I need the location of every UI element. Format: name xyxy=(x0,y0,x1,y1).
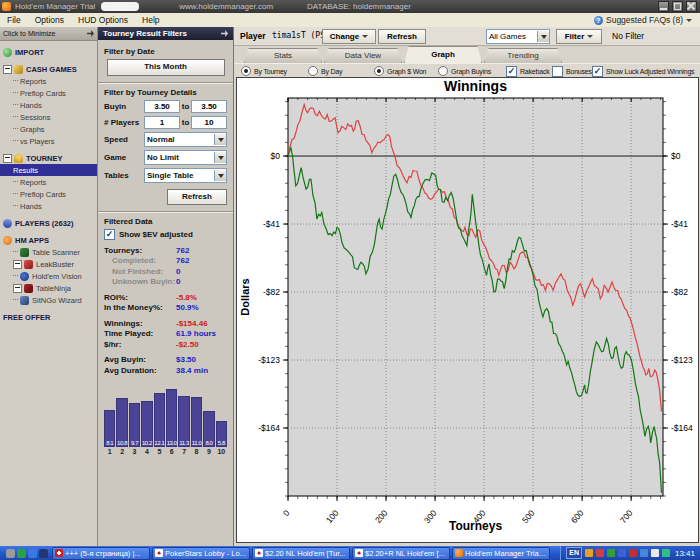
checkbox-checked-icon[interactable]: ✓ xyxy=(592,66,603,77)
radio-icon[interactable] xyxy=(308,66,318,76)
tray-icon[interactable] xyxy=(596,549,604,557)
suggested-faqs[interactable]: ? Suggested FAQs (8) xyxy=(594,15,692,25)
sidebar-item-tourney[interactable]: TOURNEY xyxy=(3,152,97,164)
checkbox-bonuses[interactable]: Bonuses xyxy=(552,66,592,77)
players-from-input[interactable] xyxy=(144,116,180,129)
sidebar-item-sitngo-wizard[interactable]: SitNGo Wizard xyxy=(3,294,97,306)
sidebar-item-cash-hands[interactable]: Hands xyxy=(3,99,97,111)
tables-select[interactable]: Single Table xyxy=(144,168,227,183)
pin-icon xyxy=(87,30,94,37)
checkbox-icon[interactable] xyxy=(552,66,563,77)
show-ev-adjusted-checkbox-row[interactable]: ✓ Show $EV adjusted xyxy=(104,229,227,240)
pokerstars-spade-icon: ♠ xyxy=(155,549,163,557)
sidebar-item-cash-games[interactable]: CASH GAMES xyxy=(3,63,97,75)
radio-icon[interactable] xyxy=(374,66,384,76)
sidebar-item-cash-sessions[interactable]: Sessions xyxy=(3,111,97,123)
dropdown-arrow-icon[interactable] xyxy=(214,170,226,181)
dropdown-arrow-icon[interactable] xyxy=(537,31,549,42)
tray-icon[interactable] xyxy=(662,549,670,557)
buyin-from-input[interactable] xyxy=(144,100,180,113)
checkbox-rakeback[interactable]: ✓Rakeback xyxy=(506,66,550,77)
stat-dollars-per-hour: $/hr:-$2.50 xyxy=(104,339,227,350)
tab-stats[interactable]: Stats xyxy=(244,48,322,63)
desktop-icon[interactable] xyxy=(6,549,15,558)
menu-hud-options[interactable]: HUD Options xyxy=(71,15,135,25)
checkbox-checked-icon[interactable]: ✓ xyxy=(506,66,517,77)
game-select[interactable]: No Limit xyxy=(144,150,227,165)
this-month-button[interactable]: This Month xyxy=(107,59,225,76)
sidebar-item-import[interactable]: IMPORT xyxy=(3,46,97,58)
sidebar-item-cash-graphs[interactable]: Graphs xyxy=(3,123,97,135)
maximize-button[interactable] xyxy=(672,1,683,12)
taskbar-button-browser[interactable]: +++ (5-я страница) |... xyxy=(52,547,150,560)
quick-launch-icon[interactable] xyxy=(17,549,26,558)
volume-icon[interactable] xyxy=(651,549,659,557)
menu-help[interactable]: Help xyxy=(135,15,166,25)
collapse-icon[interactable] xyxy=(13,284,22,293)
sidebar-item-hm-apps[interactable]: HM APPS xyxy=(3,234,97,246)
sidebar-item-tourney-results[interactable]: Results xyxy=(0,164,97,176)
radio-graph-won[interactable]: Graph $ Won xyxy=(374,66,426,76)
change-player-button[interactable]: Change xyxy=(322,29,376,44)
window-title-url: www.holdemmanager.com xyxy=(179,2,273,11)
histogram-bar-label: 7 xyxy=(178,448,189,455)
histogram-bar-label: 6 xyxy=(166,448,177,455)
dropdown-arrow-icon[interactable] xyxy=(214,134,226,145)
sidebar-item-tourney-hands[interactable]: Hands xyxy=(3,200,97,212)
tab-trending[interactable]: Trending xyxy=(484,48,562,63)
sidebar-item-leakbuster[interactable]: LeakBuster xyxy=(3,258,97,270)
internet-explorer-icon[interactable] xyxy=(28,549,37,558)
taskbar-button-pokerstars-lobby[interactable]: ♠PokerStars Lobby - Lo... xyxy=(152,547,250,560)
menu-options[interactable]: Options xyxy=(28,15,71,25)
collapse-icon[interactable] xyxy=(3,154,12,163)
tray-icon[interactable] xyxy=(585,549,593,557)
radio-icon[interactable] xyxy=(438,66,448,76)
refresh-button[interactable]: Refresh xyxy=(378,29,426,44)
sidebar-item-players[interactable]: PLAYERS (2632) xyxy=(3,217,97,229)
collapse-icon[interactable] xyxy=(3,65,12,74)
players-to-input[interactable] xyxy=(191,116,227,129)
sidebar-minimize-button[interactable]: Click to Minimize xyxy=(0,27,97,41)
filters-refresh-button[interactable]: Refresh xyxy=(167,189,227,205)
tab-data-view[interactable]: Data View xyxy=(324,48,402,63)
radio-by-tourney[interactable]: By Tourney xyxy=(241,66,287,76)
taskbar-button-table-1[interactable]: ♠$2.20 NL Hold'em [Tur... xyxy=(252,547,350,560)
sidebar-item-cash-reports[interactable]: Reports xyxy=(3,75,97,87)
sidebar-item-tourney-preflop-cards[interactable]: Preflop Cards xyxy=(3,188,97,200)
radio-graph-buyins[interactable]: Graph Buyins xyxy=(438,66,491,76)
sidebar-item-tableninja[interactable]: TableNinja xyxy=(3,282,97,294)
checkbox-show-luck-adjusted[interactable]: ✓Show Luck Adjusted Winnings xyxy=(592,66,694,77)
close-button[interactable] xyxy=(686,1,697,12)
histogram-bar-value: 10.2 xyxy=(141,440,152,446)
taskbar-button-holdem-manager[interactable]: Hold'em Manager Trial ... xyxy=(452,547,550,560)
radio-by-day[interactable]: By Day xyxy=(308,66,342,76)
sitngo-wizard-icon xyxy=(20,296,29,305)
filter-button[interactable]: Filter xyxy=(556,29,602,44)
stat-roi: ROI%:-5.8% xyxy=(104,292,227,303)
tray-icon[interactable] xyxy=(607,549,615,557)
language-indicator[interactable]: EN xyxy=(566,547,582,559)
quick-launch-icon[interactable] xyxy=(39,549,48,558)
all-games-select[interactable]: All Games xyxy=(486,29,550,44)
sidebar-item-vs-players[interactable]: vs Players xyxy=(3,135,97,147)
tree-connector xyxy=(13,92,18,94)
tray-icon[interactable] xyxy=(629,549,637,557)
speed-select[interactable]: Normal xyxy=(144,132,227,147)
dropdown-arrow-icon[interactable] xyxy=(214,152,226,163)
sidebar-item-free-offer[interactable]: FREE OFFER xyxy=(3,311,97,323)
app-icon xyxy=(2,2,11,11)
radio-icon[interactable] xyxy=(241,66,251,76)
tab-graph[interactable]: Graph xyxy=(404,46,482,63)
minimize-button[interactable] xyxy=(658,1,669,12)
tray-icon[interactable] xyxy=(618,549,626,557)
sidebar-item-cash-preflop-cards[interactable]: Preflop Cards xyxy=(3,87,97,99)
menu-file[interactable]: File xyxy=(0,15,28,25)
collapse-icon[interactable] xyxy=(13,260,22,269)
sidebar-item-table-scanner[interactable]: Table Scanner xyxy=(3,246,97,258)
taskbar-button-table-2[interactable]: ♠$2.20+R NL Hold'em [... xyxy=(352,547,450,560)
tray-icon[interactable] xyxy=(640,549,648,557)
sidebar-item-tourney-reports[interactable]: Reports xyxy=(3,176,97,188)
buyin-to-input[interactable] xyxy=(191,100,227,113)
sidebar-item-holdem-vision[interactable]: Hold'em Vision xyxy=(3,270,97,282)
checkbox-checked-icon[interactable]: ✓ xyxy=(104,229,115,240)
